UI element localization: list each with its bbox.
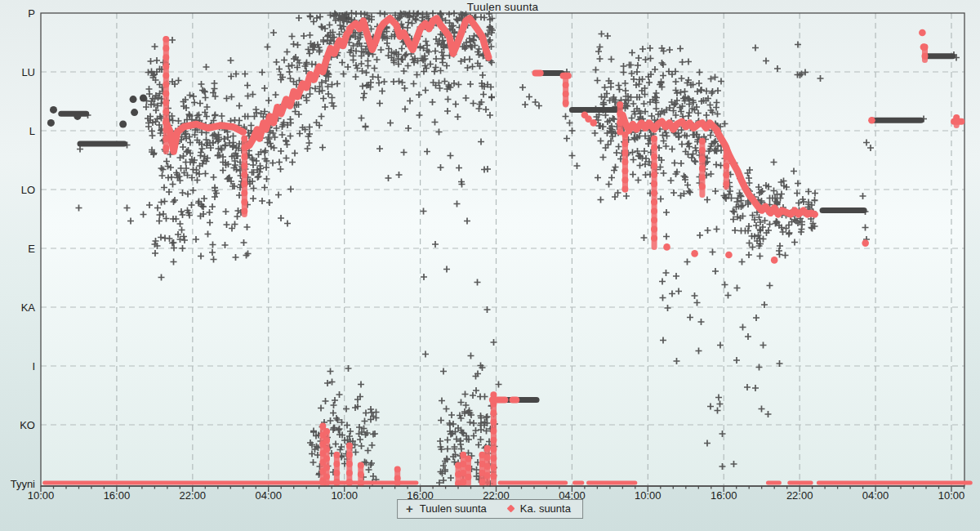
- observation-blob: [131, 109, 138, 116]
- legend-item-observations: + Tuulen suunta: [406, 502, 487, 515]
- x-tick-label: 10:00: [938, 489, 965, 502]
- average-dot: [691, 250, 698, 257]
- x-tick-label: 16:00: [710, 489, 737, 502]
- average-dot: [725, 252, 733, 259]
- y-tick-label: LO: [21, 184, 35, 196]
- wind-direction-chart: 10:0016:0022:0004:0010:0016:0022:0004:00…: [0, 0, 980, 531]
- chart-legend: + Tuulen suunta Ka. suunta: [397, 499, 583, 519]
- x-tick-label: 16:00: [104, 489, 131, 502]
- wind-direction-page: Tuulen suunta 10:0016:0022:0004:0010:001…: [0, 0, 980, 531]
- x-tick-label: 10:00: [635, 489, 662, 502]
- average-dot: [868, 117, 875, 124]
- x-tick-label: 04:00: [255, 489, 282, 502]
- observation-blob: [50, 106, 57, 114]
- legend-item-average: Ka. suunta: [508, 502, 571, 515]
- observation-blob: [47, 119, 55, 127]
- x-tick-label: 22:00: [786, 489, 813, 502]
- average-dot: [590, 119, 597, 127]
- average-dot: [771, 257, 778, 264]
- average-dot: [862, 239, 869, 247]
- average-dot: [663, 243, 670, 251]
- x-tick-label: 10:00: [28, 489, 55, 502]
- plus-icon: +: [406, 505, 413, 513]
- plot-background: [41, 13, 964, 486]
- y-tick-label: Tyyni: [11, 478, 35, 490]
- legend-label-average: Ka. suunta: [520, 502, 571, 515]
- x-tick-label: 22:00: [180, 489, 207, 502]
- x-tick-label: 10:00: [331, 489, 358, 502]
- x-tick-label: 04:00: [862, 489, 889, 502]
- y-tick-label: KA: [21, 301, 36, 314]
- y-tick-label: KO: [20, 419, 35, 431]
- legend-label-observations: Tuulen suunta: [420, 502, 487, 515]
- observation-blob: [140, 95, 147, 102]
- y-tick-label: P: [28, 7, 35, 20]
- y-tick-label: LU: [21, 66, 35, 78]
- observation-blob: [74, 113, 81, 120]
- y-tick-label: I: [32, 360, 35, 373]
- observation-blob: [130, 96, 137, 103]
- y-tick-label: L: [29, 125, 35, 137]
- diamond-icon: [506, 505, 514, 513]
- average-dot: [920, 43, 928, 51]
- observation-blob: [119, 121, 127, 128]
- y-tick-label: E: [28, 243, 35, 255]
- average-dot: [919, 29, 926, 37]
